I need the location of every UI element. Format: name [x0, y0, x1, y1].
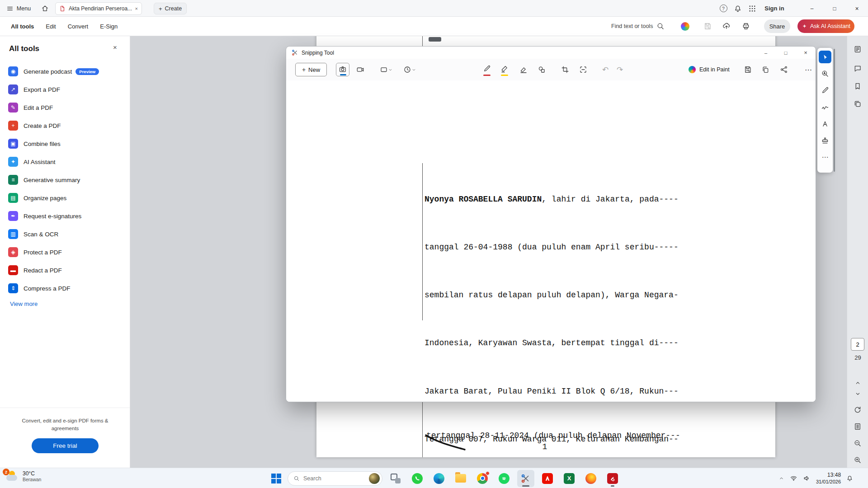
- attachments-panel-button[interactable]: [851, 97, 864, 111]
- snip-canvas[interactable]: Nyonya ROSABELLA SARUDIN, lahir di Jakar…: [286, 80, 816, 402]
- taskbar-item-excel[interactable]: X: [561, 470, 578, 487]
- more-tools-button[interactable]: ⋯: [819, 151, 831, 164]
- tab-close-icon[interactable]: ×: [135, 6, 138, 11]
- window-maximize-button[interactable]: □: [823, 0, 846, 17]
- highlighter-tool[interactable]: [498, 63, 511, 76]
- sign-in-button[interactable]: Sign in: [761, 0, 788, 17]
- tools-panel-item-generate-podcast[interactable]: ◉ Generate podcast Preview: [0, 62, 130, 80]
- ask-ai-assistant-button[interactable]: Ask AI Assistant: [797, 19, 854, 33]
- camera-mode-button[interactable]: [336, 63, 349, 76]
- tools-panel-item-create-pdf[interactable]: + Create a PDF: [0, 117, 130, 135]
- snip-close-button[interactable]: ×: [796, 47, 816, 59]
- taskbar-item-chrome[interactable]: [474, 470, 491, 487]
- tools-panel-item-ai-assistant[interactable]: ✦ AI Assistant: [0, 153, 130, 171]
- window-minimize-button[interactable]: –: [801, 0, 823, 17]
- next-page-button[interactable]: [851, 387, 864, 400]
- undo-button[interactable]: ↶: [599, 63, 612, 76]
- stamp-tool-button[interactable]: [819, 134, 831, 147]
- document-tab[interactable]: Akta Pendirian Perseroa... ×: [55, 2, 142, 15]
- tools-panel-item-compress-pdf[interactable]: ⇕ Compress a PDF: [0, 279, 130, 297]
- tools-panel-item-request-esignatures[interactable]: ✒ Request e-signatures: [0, 207, 130, 225]
- tools-panel-item-protect-pdf[interactable]: ◈ Protect a PDF: [0, 243, 130, 261]
- eraser-tool[interactable]: [517, 63, 530, 76]
- notification-bell-icon[interactable]: [846, 475, 853, 482]
- delay-dropdown[interactable]: [400, 63, 419, 76]
- snip-minimize-button[interactable]: –: [756, 47, 776, 59]
- select-tool-button[interactable]: [819, 51, 831, 63]
- current-page-input[interactable]: [851, 338, 864, 351]
- more-options-button[interactable]: ⋯: [802, 63, 815, 76]
- cloud-upload-icon[interactable]: [722, 22, 731, 30]
- zoom-in-button[interactable]: [851, 453, 864, 467]
- tools-panel-item-redact-pdf[interactable]: ▬ Redact a PDF: [0, 261, 130, 279]
- clock[interactable]: 13:48 31/01/2026: [816, 471, 841, 485]
- taskbar-item-edge[interactable]: [430, 470, 448, 487]
- snip-titlebar[interactable]: Snipping Tool – □ ×: [286, 47, 816, 59]
- print-icon[interactable]: [742, 22, 750, 30]
- wifi-icon[interactable]: [790, 474, 797, 482]
- taskbar-item-snipping-tool[interactable]: [517, 470, 534, 487]
- weather-widget[interactable]: 2 30°C Berawan: [5, 470, 41, 483]
- zoom-out-button[interactable]: [851, 436, 864, 450]
- copy-snip-button[interactable]: [759, 63, 772, 76]
- edit-in-paint-button[interactable]: Edit in Paint: [684, 63, 734, 76]
- tab-convert[interactable]: Convert: [68, 23, 89, 30]
- shapes-tool[interactable]: [535, 63, 548, 76]
- save-snip-button[interactable]: [741, 63, 755, 76]
- comments-panel-button[interactable]: [851, 62, 864, 75]
- snip-maximize-button[interactable]: □: [776, 47, 796, 59]
- edit-in-paint-label: Edit in Paint: [699, 66, 730, 73]
- taskbar-item-adobe[interactable]: [539, 470, 556, 487]
- thumbnails-panel-button[interactable]: [851, 42, 864, 56]
- find-tools[interactable]: Find text or tools: [611, 17, 665, 36]
- share-button[interactable]: Share: [764, 19, 790, 33]
- task-view-button[interactable]: [387, 470, 404, 487]
- bookmarks-panel-button[interactable]: [851, 80, 864, 93]
- add-text-tool-button[interactable]: [819, 117, 831, 130]
- tools-panel-item-edit-pdf[interactable]: ✎ Edit a PDF: [0, 99, 130, 117]
- ballpoint-pen-tool[interactable]: [480, 63, 494, 76]
- view-more-link[interactable]: View more: [10, 300, 38, 307]
- tools-panel-item-organize-pages[interactable]: ▤ Organize pages: [0, 189, 130, 207]
- sign-tool-button[interactable]: [819, 101, 831, 113]
- home-button[interactable]: [38, 0, 52, 17]
- search-box[interactable]: [288, 471, 382, 486]
- snip-shape-dropdown[interactable]: [377, 63, 396, 76]
- find-zoom-tool-button[interactable]: [819, 67, 831, 80]
- volume-icon[interactable]: [803, 474, 811, 482]
- generative-ai-icon[interactable]: [681, 22, 689, 31]
- window-close-button[interactable]: ×: [846, 0, 868, 17]
- rotate-page-button[interactable]: [851, 403, 864, 417]
- taskbar-item-firefox[interactable]: [582, 470, 599, 487]
- palette-scrollbar[interactable]: [834, 49, 835, 172]
- apps-button[interactable]: [746, 0, 759, 17]
- tools-panel-item-combine-files[interactable]: ▣ Combine files: [0, 135, 130, 153]
- draw-tool-button[interactable]: [819, 84, 831, 97]
- panel-close-icon[interactable]: ×: [113, 43, 117, 51]
- fit-page-button[interactable]: [851, 420, 864, 433]
- tab-edit[interactable]: Edit: [46, 23, 56, 30]
- free-trial-button[interactable]: Free trial: [32, 438, 99, 453]
- crop-tool[interactable]: [558, 63, 572, 76]
- menu-button[interactable]: Menu: [5, 0, 33, 17]
- taskbar-item-whatsapp[interactable]: [409, 470, 426, 487]
- notifications-button[interactable]: [731, 0, 744, 17]
- video-mode-button[interactable]: [354, 63, 367, 76]
- text-actions-tool[interactable]: [576, 63, 590, 76]
- tools-panel-item-scan-ocr[interactable]: ▥ Scan & OCR: [0, 225, 130, 243]
- new-snip-button[interactable]: + New: [295, 63, 327, 76]
- tools-panel-item-export-pdf[interactable]: ↗ Export a PDF: [0, 80, 130, 99]
- hidden-icons-button[interactable]: [778, 475, 784, 481]
- taskbar-item-spotify[interactable]: [495, 470, 513, 487]
- taskbar-item-file-explorer[interactable]: [452, 470, 469, 487]
- share-snip-button[interactable]: [777, 63, 791, 76]
- help-button[interactable]: ?: [717, 0, 730, 17]
- tab-all-tools[interactable]: All tools: [11, 23, 34, 30]
- tools-panel-item-generative-summary[interactable]: ≡ Generative summary: [0, 171, 130, 189]
- taskbar-item-acrobat[interactable]: [604, 470, 621, 487]
- create-button[interactable]: + Create: [154, 3, 187, 14]
- start-button[interactable]: [269, 470, 283, 487]
- tab-esign[interactable]: E-Sign: [100, 23, 118, 30]
- redo-button[interactable]: ↷: [613, 63, 627, 76]
- search-input[interactable]: [303, 475, 358, 482]
